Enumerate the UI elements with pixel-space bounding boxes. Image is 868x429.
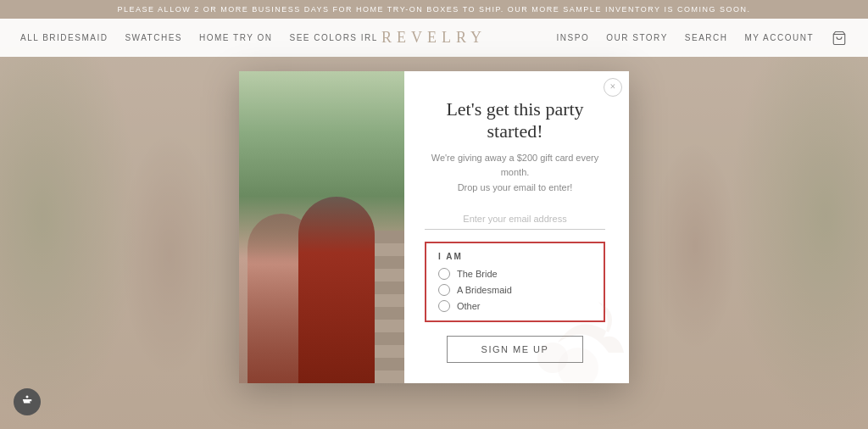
radio-circle-bridesmaid bbox=[438, 284, 450, 296]
radio-circle-bride bbox=[438, 268, 450, 280]
modal-image-panel bbox=[239, 71, 404, 384]
accessibility-button[interactable] bbox=[14, 388, 41, 415]
close-icon: × bbox=[610, 81, 616, 93]
radio-label-bride: The Bride bbox=[457, 269, 498, 279]
modal-title: Let's get this party started! bbox=[425, 98, 605, 142]
modal-decoration bbox=[527, 281, 629, 383]
modal-subtitle: We're giving away a $200 gift card every… bbox=[425, 151, 605, 196]
iam-label: I AM bbox=[438, 252, 592, 261]
radio-circle-other bbox=[438, 300, 450, 312]
radio-label-bridesmaid: A Bridesmaid bbox=[457, 285, 512, 295]
modal-close-button[interactable]: × bbox=[604, 78, 622, 97]
modal-person-2 bbox=[298, 197, 375, 383]
accessibility-icon bbox=[19, 394, 35, 410]
modal-subtitle-line2: Drop us your email to enter! bbox=[458, 182, 573, 192]
radio-option-bride[interactable]: The Bride bbox=[438, 268, 592, 280]
modal-content-panel: × Let's get this party started! We're gi… bbox=[404, 71, 629, 384]
modal-container: × Let's get this party started! We're gi… bbox=[239, 71, 629, 384]
radio-label-other: Other bbox=[457, 301, 481, 311]
svg-point-3 bbox=[26, 396, 29, 398]
email-input[interactable] bbox=[425, 209, 605, 230]
modal-overlay: × Let's get this party started! We're gi… bbox=[0, 0, 868, 429]
modal-subtitle-line1: We're giving away a $200 gift card every… bbox=[431, 153, 599, 178]
